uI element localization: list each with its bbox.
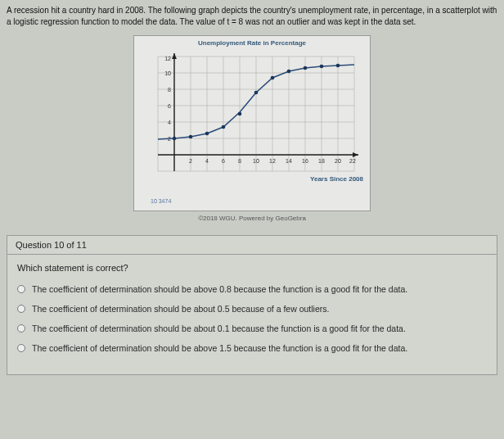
svg-point-50 — [304, 66, 308, 70]
chart-title: Unemployment Rate in Percentage — [139, 39, 365, 47]
svg-text:8: 8 — [238, 158, 241, 164]
svg-point-44 — [205, 132, 209, 136]
radio-icon[interactable] — [17, 324, 25, 333]
svg-text:20: 20 — [335, 158, 341, 164]
chart-area: Unemployment Rate in Percentage — [7, 35, 497, 211]
option-label: The coefficient of determination should … — [32, 324, 406, 333]
radio-icon[interactable] — [17, 344, 25, 352]
svg-text:4: 4 — [205, 158, 209, 164]
question-body: Which statement is correct? The coeffici… — [7, 255, 497, 375]
svg-point-49 — [287, 70, 291, 74]
svg-point-43 — [189, 135, 193, 139]
svg-text:10: 10 — [164, 70, 171, 76]
question-prompt: Which statement is correct? — [17, 263, 487, 273]
option-row[interactable]: The coefficient of determination should … — [17, 343, 487, 353]
svg-text:18: 18 — [318, 158, 325, 164]
chart-legend: 10 3474 — [151, 198, 171, 204]
svg-text:10: 10 — [253, 158, 259, 164]
svg-point-47 — [254, 91, 259, 95]
svg-marker-22 — [353, 152, 358, 157]
attribution-text: ©2018 WGU. Powered by GeoGebra — [7, 215, 497, 222]
radio-icon[interactable] — [17, 305, 25, 313]
svg-text:4: 4 — [168, 120, 171, 125]
svg-text:22: 22 — [349, 158, 356, 164]
svg-text:16: 16 — [302, 158, 308, 164]
chart-box: Unemployment Rate in Percentage — [133, 35, 371, 211]
svg-point-52 — [336, 64, 340, 68]
svg-point-51 — [320, 65, 324, 69]
problem-text: A recession hit a country hard in 2008. … — [7, 5, 497, 27]
radio-icon[interactable] — [17, 285, 25, 293]
svg-text:8: 8 — [168, 87, 171, 93]
option-label: The coefficient of determination should … — [32, 343, 407, 353]
option-label: The coefficient of determination should … — [32, 284, 407, 294]
svg-text:6: 6 — [222, 158, 225, 164]
option-row[interactable]: The coefficient of determination should … — [17, 324, 487, 333]
option-row[interactable]: The coefficient of determination should … — [17, 304, 487, 314]
chart-xlabel: Years Since 2008 — [310, 175, 363, 183]
svg-text:12: 12 — [269, 158, 276, 164]
svg-point-42 — [173, 137, 177, 141]
svg-text:2: 2 — [189, 158, 192, 164]
svg-marker-24 — [172, 53, 177, 59]
svg-point-48 — [271, 76, 275, 80]
chart-svg: 2 4 6 8 10 12 2 4 6 8 10 12 14 16 — [142, 48, 362, 188]
option-row[interactable]: The coefficient of determination should … — [17, 284, 487, 294]
svg-point-46 — [238, 112, 242, 116]
svg-text:6: 6 — [168, 103, 171, 109]
svg-point-45 — [222, 125, 226, 129]
option-label: The coefficient of determination should … — [32, 304, 329, 314]
svg-text:14: 14 — [286, 158, 292, 164]
question-progress-label: Question 10 of 11 — [7, 235, 497, 255]
svg-text:12: 12 — [164, 56, 171, 61]
